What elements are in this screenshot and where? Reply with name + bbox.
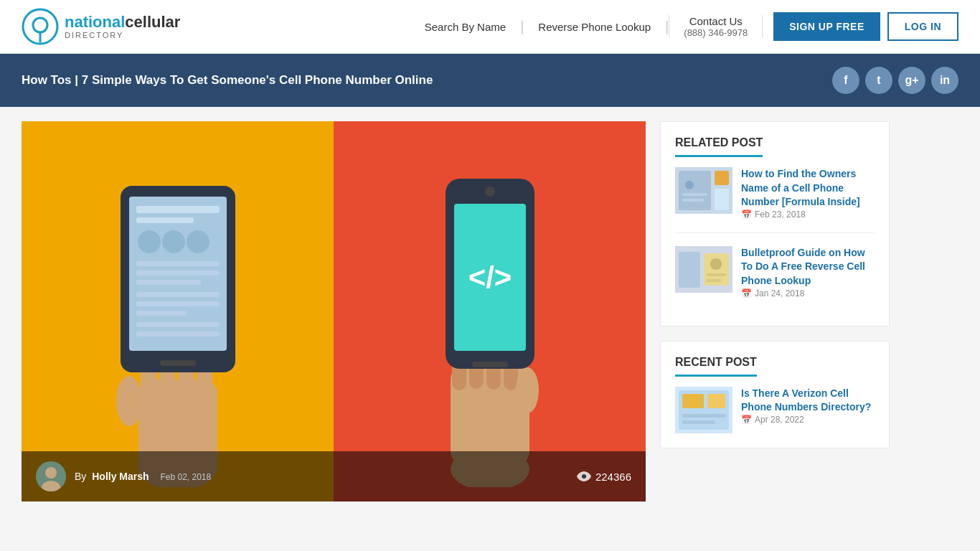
svg-rect-24 [136,331,220,336]
svg-rect-18 [136,270,220,276]
calendar-icon-3: 📅 [741,415,752,425]
recent-post-1-date: 📅 Apr 28, 2022 [741,415,875,425]
article-area: </> By [22,121,646,501]
svg-rect-20 [136,292,220,297]
linkedin-icon[interactable]: in [931,67,958,94]
hero-image-container: </> By [22,121,646,501]
related-post-1-date: 📅 Feb 23, 2018 [741,209,875,220]
logo-text: nationalcellular DIRECTORY [65,14,180,39]
social-icons: f t g+ in [832,67,958,94]
svg-point-1 [33,18,47,32]
search-by-name-link[interactable]: Search By Name [410,21,520,33]
svg-rect-59 [682,414,725,418]
recent-post-1: Is There A Verizon Cell Phone Numbers Di… [675,387,875,433]
svg-rect-44 [715,171,729,185]
related-post-1-thumb-image [675,167,732,214]
avatar-image [36,461,66,491]
article-footer: By Holly Marsh Feb 02, 2018 224366 [22,451,646,501]
svg-point-46 [685,181,694,189]
contact-us-link[interactable]: Contact Us [689,15,743,27]
calendar-icon-2: 📅 [741,288,752,298]
login-button[interactable]: LOG IN [887,12,958,41]
svg-rect-21 [136,301,220,306]
view-count: 224366 [577,471,631,483]
svg-rect-17 [136,261,220,266]
facebook-icon[interactable]: f [832,67,859,94]
logo-cellular: cellular [125,13,180,31]
svg-rect-25 [160,360,196,366]
related-post-2-title[interactable]: Bulletproof Guide on How To Do A Free Re… [741,247,865,286]
author-area: By Holly Marsh Feb 02, 2018 [36,461,211,491]
header-buttons: SIGN UP FREE LOG IN [773,12,958,41]
svg-rect-23 [136,322,220,327]
hero-left [22,121,334,501]
logo-icon [22,8,59,45]
related-post-2-thumbnail [675,246,732,293]
recent-post-1-thumbnail [675,387,732,433]
author-avatar [36,461,66,491]
svg-point-32 [516,367,539,413]
reverse-phone-lookup-link[interactable]: Reverse Phone Lookup [524,21,665,33]
svg-point-14 [138,230,161,253]
svg-point-15 [162,230,185,253]
article-date: Feb 02, 2018 [160,472,211,482]
svg-rect-47 [682,193,707,196]
related-post-2-date: 📅 Jan 24, 2018 [741,288,875,298]
contact-phone: (888) 346-9978 [684,27,748,38]
related-posts-section: RELATED POST How to Find the Owners Name… [660,121,890,326]
recent-post-1-title[interactable]: Is There A Verizon Cell Phone Numbers Di… [741,387,871,413]
svg-point-16 [187,230,209,253]
svg-point-41 [582,474,586,479]
svg-rect-57 [682,394,704,408]
article-banner: How Tos | 7 Simple Ways To Get Someone's… [0,54,980,107]
tablet-svg [99,164,257,487]
recent-posts-section: RECENT POST Is There A Verizon Cell Phon… [660,341,890,448]
main-nav: Search By Name | Reverse Phone Lookup | … [410,12,958,41]
svg-point-9 [116,376,142,426]
logo-directory: DIRECTORY [65,31,180,39]
eye-icon [577,471,591,481]
svg-rect-54 [707,279,721,282]
svg-rect-58 [707,394,725,408]
signup-button[interactable]: SIGN UP FREE [773,12,880,41]
svg-rect-13 [136,217,194,223]
related-post-1-title[interactable]: How to Find the Owners Name of a Cell Ph… [741,168,860,207]
svg-point-34 [485,187,495,197]
google-plus-icon[interactable]: g+ [898,67,925,94]
hero-right: </> [334,121,646,501]
svg-rect-50 [679,252,700,288]
author-name: Holly Marsh [92,471,149,482]
contact-area: Contact Us (888) 346-9978 [669,15,763,38]
svg-rect-43 [679,171,711,210]
author-info: By Holly Marsh Feb 02, 2018 [75,471,211,482]
svg-rect-60 [682,420,715,424]
calendar-icon-1: 📅 [741,209,752,220]
twitter-icon[interactable]: t [865,67,892,94]
sidebar: RELATED POST How to Find the Owners Name… [660,121,890,501]
view-count-number: 224366 [595,471,631,483]
related-post-2-content: Bulletproof Guide on How To Do A Free Re… [741,246,875,298]
svg-rect-53 [707,273,726,276]
article-banner-title: How Tos | 7 Simple Ways To Get Someone's… [22,73,433,88]
author-by: By [75,471,86,482]
svg-rect-45 [715,189,729,210]
site-header: nationalcellular DIRECTORY Search By Nam… [0,0,980,54]
svg-rect-37 [472,362,508,367]
svg-rect-22 [136,311,187,316]
svg-rect-12 [136,206,220,213]
recent-post-1-thumb-image [675,387,732,433]
svg-point-52 [710,258,722,270]
related-post-2: Bulletproof Guide on How To Do A Free Re… [675,246,875,311]
svg-rect-48 [682,199,704,202]
recent-post-1-content: Is There A Verizon Cell Phone Numbers Di… [741,387,875,433]
svg-text:</>: </> [468,260,512,294]
related-post-2-thumb-image [675,246,732,293]
logo[interactable]: nationalcellular DIRECTORY [22,8,180,45]
hero-image: </> [22,121,646,501]
related-post-1-content: How to Find the Owners Name of a Cell Ph… [741,167,875,220]
phone-svg: </> [418,164,562,487]
svg-point-39 [45,467,57,479]
svg-rect-19 [136,280,201,285]
recent-posts-title: RECENT POST [675,356,757,377]
related-post-1-thumbnail [675,167,732,214]
